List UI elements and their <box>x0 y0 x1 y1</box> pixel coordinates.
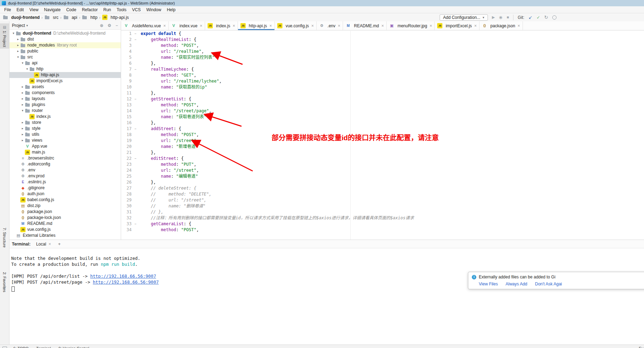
tree-item-readme-md[interactable]: MREADME.md <box>9 221 121 227</box>
status-6-todo[interactable]: 6: TODO <box>13 346 29 348</box>
fold-icon[interactable]: − <box>133 37 138 43</box>
tree-item-components[interactable]: ▸components <box>9 90 121 96</box>
tree-item-package-lock-json[interactable]: {}package-lock.json <box>9 215 121 221</box>
chevron-right-icon[interactable]: ▸ <box>16 48 20 54</box>
fold-icon[interactable]: − <box>133 126 138 132</box>
project-panel-title[interactable]: Project <box>12 23 25 28</box>
tab-http-api-js[interactable]: JShttp-api.js× <box>238 21 275 30</box>
toolwindow-structure-button[interactable]: 7: Structure <box>0 226 9 249</box>
close-icon[interactable]: × <box>163 24 166 28</box>
stop-icon[interactable]: ■ <box>507 15 509 19</box>
tree-item-plugins[interactable]: ▸plugins <box>9 102 121 108</box>
tree-item-importexcel-js[interactable]: JSimportExcel.js <box>9 78 121 84</box>
tree-item-src[interactable]: ▾src <box>9 54 121 60</box>
close-icon[interactable]: × <box>312 24 314 28</box>
status-9-version-control[interactable]: 9: Version Control <box>58 346 89 348</box>
tree-item-router[interactable]: ▾router <box>9 108 121 114</box>
fold-icon[interactable]: − <box>133 156 138 162</box>
notification-action-always-add[interactable]: Always Add <box>505 282 527 286</box>
tree-item-views[interactable]: ▸views <box>9 137 121 143</box>
toolwindow-project-button[interactable]: ▤ 1: Project <box>0 23 9 49</box>
new-terminal-icon[interactable]: + <box>57 241 62 247</box>
git-update-icon[interactable]: ↙ <box>528 15 532 20</box>
tree-item-env[interactable]: ⚙.env <box>9 167 121 173</box>
tab-env[interactable]: ⚙.env× <box>317 21 343 30</box>
hide-panel-icon[interactable]: − <box>115 23 118 28</box>
tab-asidemenu-vue[interactable]: VAsideMenu.vue× <box>121 21 169 30</box>
breadcrumb-http-api-js[interactable]: JShttp-api.js <box>102 15 129 20</box>
terminal-link[interactable]: http://192.168.66.56:9007 <box>90 274 156 279</box>
chevron-right-icon[interactable]: ▸ <box>20 96 25 102</box>
tree-item-index-js[interactable]: JSindex.js <box>9 114 121 120</box>
menu-window[interactable]: Window <box>144 7 164 13</box>
terminal-link[interactable]: http://192.168.66.56:9007 <box>93 279 159 285</box>
tree-item-store[interactable]: ▸store <box>9 120 121 126</box>
tab-importexcel-js[interactable]: JSimportExcel.js× <box>435 21 479 30</box>
close-icon[interactable]: × <box>382 24 384 28</box>
menu-code[interactable]: Code <box>63 7 79 13</box>
menu-navigate[interactable]: Navigate <box>41 7 63 13</box>
chevron-right-icon[interactable]: ▸ <box>16 42 20 48</box>
tree-item-dist-zip[interactable]: ▤dist.zip <box>9 203 121 209</box>
fold-icon[interactable]: − <box>133 31 138 37</box>
menu-tools[interactable]: Tools <box>114 7 129 13</box>
history-icon[interactable]: ↻ <box>544 15 548 20</box>
menu-refactor[interactable]: Refactor <box>79 7 100 13</box>
close-icon[interactable]: × <box>518 24 520 28</box>
tree-item-assets[interactable]: ▸assets <box>9 84 121 90</box>
close-icon[interactable]: × <box>429 24 432 28</box>
notification-action-don-t-ask-agai[interactable]: Don't Ask Agai <box>535 282 562 286</box>
tree-item-app-vue[interactable]: VApp.vue <box>9 143 121 149</box>
menu-view[interactable]: View <box>27 7 41 13</box>
add-configuration-button[interactable]: Add Configuration... ▾ <box>440 14 488 21</box>
tab-index-js[interactable]: JSindex.js× <box>205 21 238 30</box>
toolwindow-switcher-icon[interactable] <box>2 347 7 348</box>
terminal-tab-local[interactable]: Local × <box>34 241 53 247</box>
close-icon[interactable]: × <box>270 24 272 28</box>
code-editor[interactable]: 1−export default {2− getRealTimeList: {3… <box>121 30 644 240</box>
tree-item-editorconfig[interactable]: ⚙.editorconfig <box>9 161 121 167</box>
breadcrumb-src[interactable]: src <box>44 15 58 20</box>
fold-icon[interactable]: − <box>133 66 138 72</box>
chevron-down-icon[interactable]: ▾ <box>16 54 20 60</box>
chevron-down-icon[interactable]: ▾ <box>11 30 16 36</box>
tab-readme-md[interactable]: MREADME.md× <box>343 21 386 30</box>
tree-item-external-libraries[interactable]: ▤External Libraries <box>9 233 121 239</box>
breadcrumb-http[interactable]: http <box>82 15 97 20</box>
close-icon[interactable]: × <box>233 24 235 28</box>
tree-item-utils[interactable]: ▸utils <box>9 132 121 137</box>
breadcrumb-api[interactable]: api <box>63 15 77 20</box>
tab-vue-config-js[interactable]: JSvue.config.js× <box>275 21 317 30</box>
close-icon[interactable]: × <box>49 242 51 246</box>
event-log-label[interactable]: Ev <box>639 346 643 348</box>
chevron-right-icon[interactable]: ▸ <box>20 90 25 96</box>
menu-file[interactable]: File <box>1 7 14 13</box>
gear-icon[interactable]: ⚙ <box>107 23 111 28</box>
breadcrumb-duoji-frontend[interactable]: duoji-frontend <box>3 15 40 20</box>
chevron-right-icon[interactable]: ▸ <box>20 102 25 108</box>
tree-item-vue-config-js[interactable]: JSvue.config.js <box>9 227 121 233</box>
tree-item-package-json[interactable]: {}package.json <box>9 209 121 215</box>
close-icon[interactable]: × <box>200 24 202 28</box>
tree-item-api[interactable]: ▾api <box>9 60 121 66</box>
tab-package-json[interactable]: {}package.json× <box>479 21 523 30</box>
menu-edit[interactable]: Edit <box>14 7 27 13</box>
close-icon[interactable]: × <box>338 24 340 28</box>
tree-item-main-js[interactable]: JSmain.js <box>9 149 121 155</box>
chevron-right-icon[interactable]: ▸ <box>16 36 20 42</box>
status-terminal[interactable]: Terminal <box>36 346 51 348</box>
tree-item-layouts[interactable]: ▸layouts <box>9 96 121 102</box>
tree-item-http-api-js[interactable]: JShttp-api.js <box>9 72 121 78</box>
fold-icon[interactable]: − <box>133 96 138 102</box>
locate-icon[interactable]: ⊕ <box>100 23 103 28</box>
terminal-cursor[interactable] <box>12 286 15 292</box>
tree-item-node-modules[interactable]: ▸node_moduleslibrary root <box>9 42 121 48</box>
tree-item-babel-config-js[interactable]: JSbabel.config.js <box>9 197 121 203</box>
close-icon[interactable]: × <box>474 24 477 28</box>
tree-item-public[interactable]: ▸public <box>9 48 121 54</box>
chevron-down-icon[interactable]: ▾ <box>25 66 29 72</box>
chevron-down-icon[interactable]: ▾ <box>20 108 25 114</box>
debug-icon[interactable]: ◉ <box>499 15 503 19</box>
tree-item-gitignore[interactable]: ◆.gitignore <box>9 185 121 191</box>
chevron-right-icon[interactable]: ▸ <box>20 84 25 90</box>
